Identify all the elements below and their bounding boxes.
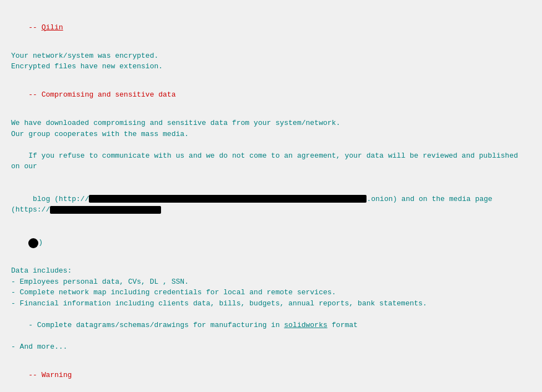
compromising-text: Compromising and sensitive data <box>42 91 176 99</box>
warning-header: -- Warning <box>11 359 531 391</box>
data-item-4: - Complete datagrams/schemas/drawings fo… <box>11 309 531 341</box>
encryption-line2: Encrypted files have new extension. <box>11 61 531 72</box>
compromising-header: -- Compromising and sensitive data <box>11 79 531 112</box>
para3-close: ) <box>38 238 43 247</box>
compromising-prefix: -- <box>28 91 41 99</box>
data-item-2: - Complete network map including credent… <box>11 287 531 298</box>
redacted-blog-url <box>89 195 367 203</box>
compromising-para3: If you refuse to communicate with us and… <box>11 139 531 183</box>
ransom-note-content: -- Qilin Your network/system was encrypt… <box>11 11 531 392</box>
data-item-3: - Financial information including client… <box>11 298 531 309</box>
redacted-circle <box>28 238 38 248</box>
compromising-para2: Our group cooperates with the mass media… <box>11 129 531 140</box>
compromising-para1: We have downloaded compromising and sens… <box>11 118 531 129</box>
data-includes-header: Data includes: <box>11 265 531 277</box>
compromising-para3-blog: blog (http://.onion) and on the media pa… <box>11 183 531 226</box>
header-line: -- Qilin <box>11 11 531 44</box>
warning-text: Warning <box>42 371 72 379</box>
redacted-media-url <box>50 206 161 214</box>
para3-start: If you refuse to communicate with us and… <box>11 152 523 171</box>
warning-prefix: -- <box>28 371 41 379</box>
encryption-line1: Your network/system was encrypted. <box>11 51 531 62</box>
header-prefix: -- <box>28 23 41 32</box>
data-item-4-prefix: - Complete datagrams/schemas/drawings fo… <box>28 321 284 329</box>
solidworks-text: solidworks <box>284 321 328 329</box>
data-item-4-suffix: format <box>328 321 358 329</box>
header-name: Qilin <box>42 23 63 32</box>
compromising-para3-end: ) <box>11 226 531 259</box>
data-item-5: - And more... <box>11 341 531 353</box>
para3-blog-label: blog (http:// <box>28 195 89 203</box>
data-item-1: - Employees personal data, CVs, DL , SSN… <box>11 277 531 288</box>
